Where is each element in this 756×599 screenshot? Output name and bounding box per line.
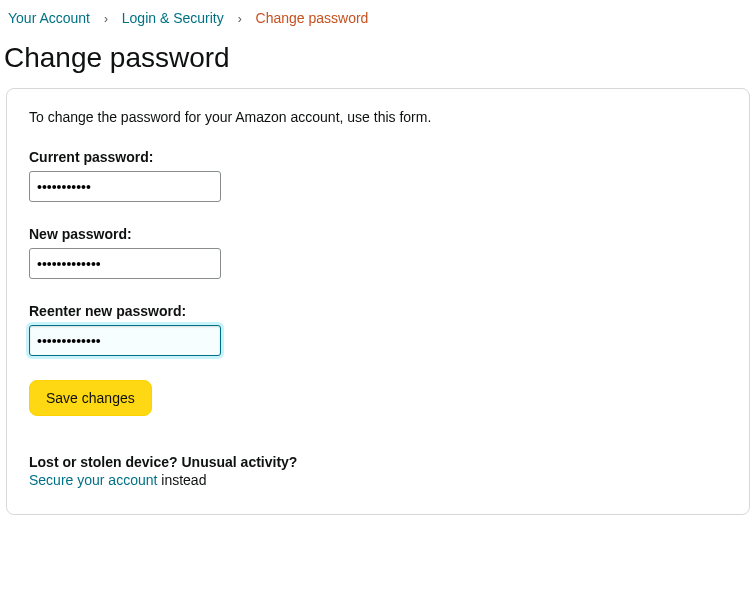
breadcrumb-your-account[interactable]: Your Account bbox=[8, 10, 90, 26]
change-password-card: To change the password for your Amazon a… bbox=[6, 88, 750, 515]
new-password-input[interactable] bbox=[29, 248, 221, 279]
security-heading: Lost or stolen device? Unusual activity? bbox=[29, 454, 727, 470]
secure-account-link[interactable]: Secure your account bbox=[29, 472, 157, 488]
reenter-password-input[interactable] bbox=[29, 325, 221, 356]
breadcrumb-separator: › bbox=[104, 12, 108, 26]
breadcrumb-current: Change password bbox=[256, 10, 369, 26]
new-password-label: New password: bbox=[29, 226, 727, 242]
security-note: Lost or stolen device? Unusual activity?… bbox=[29, 454, 727, 488]
breadcrumb-separator: › bbox=[238, 12, 242, 26]
security-suffix: instead bbox=[157, 472, 206, 488]
instruction-text: To change the password for your Amazon a… bbox=[29, 109, 727, 125]
current-password-label: Current password: bbox=[29, 149, 727, 165]
current-password-group: Current password: bbox=[29, 149, 727, 202]
breadcrumb: Your Account › Login & Security › Change… bbox=[0, 0, 756, 34]
breadcrumb-login-security[interactable]: Login & Security bbox=[122, 10, 224, 26]
reenter-password-group: Reenter new password: bbox=[29, 303, 727, 356]
reenter-password-label: Reenter new password: bbox=[29, 303, 727, 319]
new-password-group: New password: bbox=[29, 226, 727, 279]
current-password-input[interactable] bbox=[29, 171, 221, 202]
save-changes-button[interactable]: Save changes bbox=[29, 380, 152, 416]
security-text: Secure your account instead bbox=[29, 472, 727, 488]
page-title: Change password bbox=[0, 34, 756, 82]
